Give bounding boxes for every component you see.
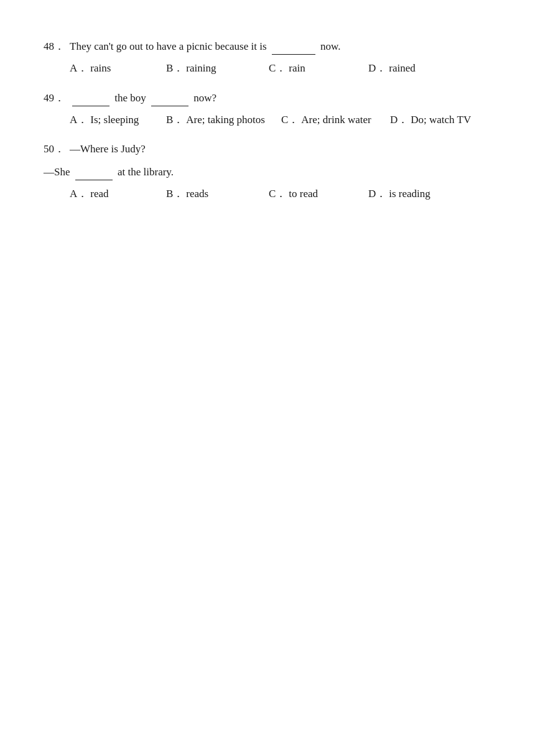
q49-b-text: Are; taking photos: [186, 114, 265, 126]
question-48: 48． They can't go out to have a picnic b…: [44, 37, 498, 75]
q50-option-d: D． is reading: [368, 187, 455, 201]
q50-d-label: D．: [368, 187, 386, 201]
question-50: 50． —Where is Judy? —She at the library.…: [44, 141, 498, 200]
question-48-line: 48． They can't go out to have a picnic b…: [44, 37, 498, 55]
q50-line2-prefix: —She: [44, 166, 70, 178]
q50-option-b: B． reads: [166, 187, 269, 201]
q49-text-after: now?: [193, 92, 216, 104]
q50-a-label: A．: [70, 187, 88, 201]
q48-number: 48．: [44, 38, 70, 55]
q50-b-text: reads: [186, 188, 208, 200]
q48-option-b: B． raining: [166, 61, 269, 75]
q49-text: the boy now?: [70, 89, 498, 106]
q50-option-c: C． to read: [269, 187, 368, 201]
q48-a-label: A．: [70, 61, 88, 75]
q48-options: A． rains B． raining C． rain D． rained: [44, 61, 498, 75]
question-49: 49． the boy now? A． Is; sleeping B． Are;…: [44, 89, 498, 127]
q50-c-text: to read: [289, 188, 318, 200]
q49-a-label: A．: [70, 113, 88, 127]
q49-option-b: B． Are; taking photos: [166, 113, 281, 127]
q49-d-label: D．: [390, 113, 408, 127]
q48-d-label: D．: [368, 61, 386, 75]
q48-option-a: A． rains: [70, 61, 166, 75]
q50-c-label: C．: [269, 187, 286, 201]
q49-option-d: D． Do; watch TV: [390, 113, 477, 127]
q48-text-after: now.: [320, 40, 340, 52]
q49-blank1: [72, 89, 109, 106]
q48-option-c: C． rain: [269, 61, 368, 75]
q50-blank: [75, 163, 113, 180]
q48-blank: [272, 37, 315, 55]
q50-options: A． read B． reads C． to read D． is readin…: [44, 187, 498, 201]
q50-text-line1: —Where is Judy?: [70, 141, 146, 157]
q49-c-text: Are; drink water: [301, 114, 371, 126]
q49-c-label: C．: [281, 113, 299, 127]
q48-option-d: D． rained: [368, 61, 455, 75]
q48-text-before: They can't go out to have a picnic becau…: [70, 40, 267, 52]
q49-blank2: [151, 89, 188, 106]
q48-a-text: rains: [90, 62, 111, 75]
q48-c-label: C．: [269, 61, 286, 75]
q50-b-label: B．: [166, 187, 184, 201]
q49-d-text: Do; watch TV: [411, 114, 471, 126]
q49-b-label: B．: [166, 113, 184, 127]
q49-number: 49．: [44, 90, 70, 106]
q50-d-text: is reading: [389, 188, 430, 200]
q48-b-label: B．: [166, 61, 184, 75]
q49-option-c: C． Are; drink water: [281, 113, 390, 127]
q50-option-a: A． read: [70, 187, 166, 201]
q50-line1: 50． —Where is Judy?: [44, 141, 498, 157]
q50-line2: —She at the library.: [44, 163, 498, 180]
q49-middle: the boy: [114, 92, 146, 104]
q48-d-text: rained: [389, 62, 415, 75]
q48-text: They can't go out to have a picnic becau…: [70, 37, 498, 55]
question-49-line: 49． the boy now?: [44, 89, 498, 106]
q48-c-text: rain: [289, 62, 305, 75]
q49-option-a: A． Is; sleeping: [70, 113, 166, 127]
q48-b-text: raining: [186, 62, 216, 75]
q50-a-text: read: [90, 188, 108, 200]
q50-line2-suffix: at the library.: [118, 166, 174, 178]
q50-number: 50．: [44, 141, 70, 157]
q49-a-text: Is; sleeping: [90, 114, 139, 126]
q49-options: A． Is; sleeping B． Are; taking photos C．…: [44, 113, 498, 127]
